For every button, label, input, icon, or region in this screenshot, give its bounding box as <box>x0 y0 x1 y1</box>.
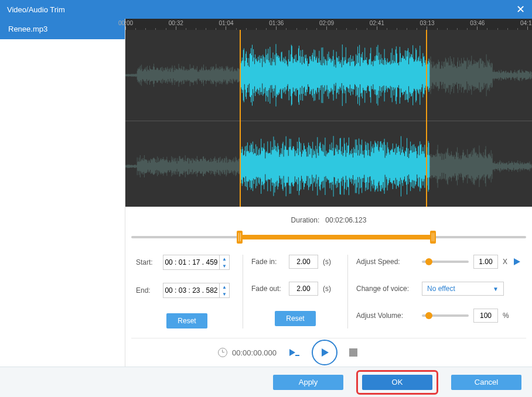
slider-selection <box>240 235 433 239</box>
footer: Apply OK Cancel <box>0 367 532 397</box>
voice-select[interactable]: No effect ▼ <box>422 282 504 296</box>
waveform-channel-left <box>125 30 532 121</box>
cancel-button[interactable]: Cancel <box>451 375 521 390</box>
fade-unit: (s) <box>323 258 331 266</box>
selection-start-marker[interactable] <box>240 30 241 207</box>
volume-label: Adjust Volume: <box>356 312 417 320</box>
voice-label: Change of voice: <box>356 285 417 293</box>
end-input[interactable]: ▲▼ <box>163 283 230 298</box>
chevron-up-icon[interactable]: ▲ <box>220 283 229 290</box>
slider-handle-start[interactable] <box>237 231 243 244</box>
svg-rect-2 <box>295 355 299 356</box>
trim-reset-row: Reset <box>136 313 238 328</box>
fadein-field[interactable] <box>289 255 318 269</box>
main-area: Renee.mp3 00:0000:3201:0401:3602:0902:41… <box>0 19 532 367</box>
volume-slider[interactable] <box>422 314 469 317</box>
preview-speed-button[interactable] <box>512 257 521 266</box>
stop-button[interactable] <box>349 348 357 357</box>
duration-display: Duration: 00:02:06.123 <box>125 211 532 228</box>
timeline-ruler: 00:0000:3201:0401:3602:0902:4103:1303:46… <box>125 19 532 30</box>
volume-row: Adjust Volume: % <box>356 309 521 323</box>
sidebar-item-file[interactable]: Renee.mp3 <box>0 19 125 39</box>
fade-unit: (s) <box>323 285 331 293</box>
clock-icon <box>218 348 227 357</box>
title-bar: Video/Audio Trim ✕ <box>0 0 532 19</box>
volume-field[interactable] <box>473 309 498 323</box>
voice-row: Change of voice: No effect ▼ <box>356 282 521 296</box>
apply-button[interactable]: Apply <box>273 375 343 390</box>
end-label: End: <box>136 286 158 295</box>
speed-label: Adjust Speed: <box>356 258 417 266</box>
fadeout-row: Fade out: (s) <box>251 282 339 296</box>
duration-value: 00:02:06.123 <box>325 216 366 224</box>
playback-time: 00:00:00.000 <box>218 348 277 357</box>
start-row: Start: ▲▼ <box>136 255 238 270</box>
waveform-area[interactable] <box>125 30 532 207</box>
playback-time-value: 00:00:00.000 <box>232 348 277 357</box>
ok-button[interactable]: OK <box>362 375 432 390</box>
speed-field[interactable] <box>473 255 498 269</box>
selection-end-marker[interactable] <box>426 30 427 207</box>
trim-slider[interactable] <box>131 228 526 245</box>
start-spinner[interactable]: ▲▼ <box>219 255 229 269</box>
start-input[interactable]: ▲▼ <box>163 255 230 270</box>
playbar: 00:00:00.000 <box>131 338 526 367</box>
fadein-row: Fade in: (s) <box>251 255 339 269</box>
svg-marker-0 <box>514 258 520 265</box>
reset-fade-button[interactable]: Reset <box>275 311 316 326</box>
fadeout-label: Fade out: <box>251 285 284 293</box>
adjust-controls: Adjust Speed: X Change of voice: No effe… <box>348 255 526 328</box>
play-button[interactable] <box>312 340 337 365</box>
fade-reset-row: Reset <box>251 311 339 326</box>
window-title: Video/Audio Trim <box>7 5 65 14</box>
slider-handle-end[interactable] <box>430 231 436 244</box>
content-area: 00:0000:3201:0401:3602:0902:4103:1303:46… <box>125 19 532 367</box>
svg-marker-3 <box>322 348 329 357</box>
speed-unit: X <box>503 258 507 266</box>
chevron-down-icon[interactable]: ▼ <box>220 262 229 269</box>
fadein-label: Fade in: <box>251 258 284 266</box>
speed-slider[interactable] <box>422 261 469 263</box>
chevron-up-icon[interactable]: ▲ <box>220 255 229 262</box>
waveform-channel-right <box>125 121 532 207</box>
reset-trim-button[interactable]: Reset <box>166 313 207 328</box>
chevron-down-icon[interactable]: ▼ <box>220 290 229 297</box>
fadeout-field[interactable] <box>289 282 318 296</box>
end-spinner[interactable]: ▲▼ <box>219 283 229 297</box>
ok-highlight: OK <box>356 370 438 395</box>
start-field[interactable] <box>163 256 219 269</box>
sidebar: Renee.mp3 <box>0 19 125 367</box>
start-label: Start: <box>136 258 158 266</box>
end-row: End: ▲▼ <box>136 283 238 298</box>
sidebar-item-label: Renee.mp3 <box>8 25 47 33</box>
trim-controls: Start: ▲▼ End: ▲▼ Reset <box>131 255 243 328</box>
speed-row: Adjust Speed: X <box>356 255 521 269</box>
volume-unit: % <box>503 312 509 320</box>
svg-marker-1 <box>289 349 295 356</box>
fade-controls: Fade in: (s) Fade out: (s) Reset <box>243 255 348 328</box>
close-icon[interactable]: ✕ <box>516 3 525 16</box>
volume-thumb[interactable] <box>425 312 432 319</box>
end-field[interactable] <box>163 284 219 297</box>
seek-button[interactable] <box>288 348 300 357</box>
chevron-down-icon: ▼ <box>493 286 499 292</box>
controls-grid: Start: ▲▼ End: ▲▼ Reset <box>125 245 532 338</box>
duration-label: Duration: <box>291 216 320 224</box>
voice-value: No effect <box>427 285 455 293</box>
speed-thumb[interactable] <box>425 258 432 265</box>
